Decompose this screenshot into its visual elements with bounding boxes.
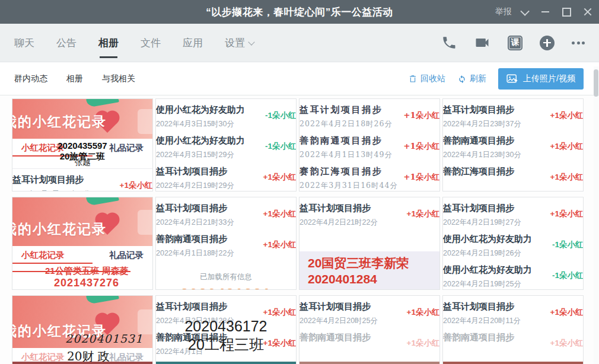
record-title: 使用小红花为好友助力 xyxy=(443,234,532,245)
leaf-icon xyxy=(86,296,119,305)
photo-tile[interactable]: 益耳计划项目捐步2022年4月2日19时27分+1朵小红花使用小红花为好友助力2… xyxy=(442,197,584,290)
photo-tile[interactable]: 益耳计划项目捐步2022年4月2日20时11分+1朵小红花善韵南通项目捐步+1朵… xyxy=(442,295,584,364)
record-title: 善韵南通项目捐步 xyxy=(300,332,371,343)
record-entry: 使用小红花为好友助力2022年4月3日15时29分-1朵小红花 xyxy=(155,130,296,161)
video-camera-icon xyxy=(474,34,490,51)
handwritten-student-id: 2020401531 xyxy=(65,332,143,345)
tab-gift-records[interactable]: 礼品记录 xyxy=(109,352,144,363)
refresh-button[interactable]: 刷新 xyxy=(457,74,486,84)
record-date: 2022年4月3日15时29分 xyxy=(156,150,245,160)
record-date: 2022年4月2日19时27分 xyxy=(443,218,521,228)
more-button[interactable] xyxy=(572,41,585,44)
recycle-bin-label: 回收站 xyxy=(420,74,445,84)
record-date: 2022年4月1日13时49分 xyxy=(300,150,393,160)
tab-chat[interactable]: 聊天 xyxy=(14,24,34,62)
gift-graphic xyxy=(138,210,152,235)
minimize-button[interactable] xyxy=(540,7,550,17)
overlay-line: 20旅管二班 xyxy=(12,151,152,162)
subnav-item-related-to-me[interactable]: 与我相关 xyxy=(102,74,135,84)
record-entry-text: 善韵南通项目捐步2022年4月1日23时30分 xyxy=(443,135,521,160)
photo-tile[interactable]: 我的小红花记录2020401531小红花记录礼品记录20财 政 xyxy=(12,295,153,364)
tab-album[interactable]: 相册 xyxy=(98,24,119,62)
record-entry: 益耳计划项目捐步+1朵小红花 xyxy=(12,289,152,290)
upload-button[interactable]: 上传照片/视频 xyxy=(498,68,584,90)
flower-delta-label: -1朵小红花 xyxy=(265,141,297,152)
record-entry-text: 善韵江海项目捐步 xyxy=(443,166,514,181)
tabs: 聊天 公告 相册 文件 应用 设置 xyxy=(14,24,254,62)
record-entry: 善韵南通项目捐步+1朵小红花 xyxy=(299,327,439,357)
tab-flower-records[interactable]: 小红花记录 xyxy=(21,352,65,363)
leaf-icon xyxy=(86,197,119,206)
flower-delta-label: +1朵小红花 xyxy=(263,240,297,250)
photo-tile[interactable]: 益耳计划项目捐步2022年4月2日23时37分+1朵小红花善韵南通项目捐步202… xyxy=(442,98,584,191)
photo-tile[interactable]: 益耳计划项目捐步2022年4月2日20时25分+1朵小红花善韵南通项目捐步+1朵… xyxy=(299,295,440,364)
record-entry: 使用小红花为好友助力2022年4月2日19时26分-1朵小红花 xyxy=(442,228,583,259)
record-tabs-strip: 小红花记录礼品记录 xyxy=(12,246,152,264)
scrollbar[interactable] xyxy=(594,66,598,364)
photo-tile[interactable]: 益耳计划项目捐步2022年4月2日21时33分+1朵小红花善韵南通项目捐步202… xyxy=(155,197,297,290)
record-entry: 益耳计划项目捐步2022年4月2日20时11分+1朵小红花 xyxy=(442,296,583,327)
record-title: 善韵南通项目捐步 xyxy=(443,332,514,343)
tab-settings-label: 设置 xyxy=(225,36,245,50)
gift-graphic xyxy=(138,109,152,134)
overlay-line: 20工程三班 xyxy=(156,336,296,354)
record-title: 使用小红花为好友助力 xyxy=(443,264,532,276)
red-info-line: 2021437276 xyxy=(54,277,152,289)
photo-tile[interactable]: 益耳计划项目捐步2022年4月2日21时28分+1朵小红花善韵南通项目捐步202… xyxy=(155,295,297,364)
album-content: 我的小红花记录小红花记录礼品记录202043559720旅管二班张越益耳计划项目… xyxy=(0,95,599,364)
class-app-button[interactable]: 课 xyxy=(508,36,522,50)
record-entry-text: 益耳计划项目捐步2022年4月2日20时25分 xyxy=(300,301,378,326)
tab-files[interactable]: 文件 xyxy=(141,24,161,62)
photo-tile[interactable]: 使用小红花为好友助力2022年4月3日15时30分-1朵小红花使用小红花为好友助… xyxy=(155,98,297,191)
flower-delta-label: +1朵小红花 xyxy=(550,338,584,349)
upload-button-label: 上传照片/视频 xyxy=(523,74,575,84)
close-button[interactable] xyxy=(582,7,593,17)
record-title: 益耳计划项目捐步 xyxy=(156,301,234,312)
flower-delta-label: +1朵小红花 xyxy=(407,307,440,318)
recycle-bin-button[interactable]: 回收站 xyxy=(408,74,445,84)
record-entry-text: 益耳计划项目捐步2022年4月2日20时11分 xyxy=(443,301,521,326)
record-entry: 益耳计划项目捐步2022年4月2日18时26分+1朵小红花 xyxy=(299,99,439,130)
record-title: 善韵南通项目捐步 xyxy=(443,135,521,146)
record-date: 2022年4月2日19时26分 xyxy=(443,248,532,258)
tab-settings[interactable]: 设置 xyxy=(225,24,254,62)
flower-delta-label: -1朵小红花 xyxy=(265,110,297,121)
record-title: 益耳计划项目捐步 xyxy=(300,104,393,116)
photo-tile[interactable]: 益耳计划项目捐步2022年4月2日21时22分+1朵小红花已加载所有信息20国贸… xyxy=(299,197,440,290)
photo-tile[interactable]: 我的小红花记录小红花记录礼品记录21公管类五班 周森菱2021437276益耳计… xyxy=(12,197,153,290)
chevron-down-icon[interactable] xyxy=(520,7,530,16)
all-loaded-note: 已加载所有信息 xyxy=(156,259,296,282)
flower-delta-label: +1朵小红花 xyxy=(403,110,440,121)
record-entry: 益耳计划项目捐步2022年4月2日23时37分+1朵小红花 xyxy=(442,99,583,130)
record-entry: 益耳计划项目捐步2022年4月2日20时25分+1朵小红花 xyxy=(299,296,439,327)
record-title: 使用小红花为好友助力 xyxy=(156,135,245,146)
student-info-line: 2020401284 xyxy=(308,271,439,287)
photo-tile[interactable]: 益耳计划项目捐步2022年4月2日18时26分+1朵小红花善韵南通项目捐步202… xyxy=(299,98,440,191)
photo-tile[interactable]: 我的小红花记录小红花记录礼品记录202043559720旅管二班张越益耳计划项目… xyxy=(12,98,153,191)
subnav-item-group-activity[interactable]: 群内动态 xyxy=(14,74,47,84)
tab-gift-records[interactable]: 礼品记录 xyxy=(109,250,144,261)
tab-announcement[interactable]: 公告 xyxy=(56,24,77,62)
scrollbar-thumb[interactable] xyxy=(594,69,598,97)
window-controls: 举报 xyxy=(495,0,593,24)
record-title: 益耳计划项目捐步 xyxy=(12,174,91,186)
voice-call-button[interactable] xyxy=(441,35,457,50)
record-title: 益耳计划项目捐步 xyxy=(300,301,378,312)
tab-flower-records[interactable]: 小红花记录 xyxy=(21,250,65,261)
record-date: 2022年4月2日21时33分 xyxy=(156,218,234,228)
report-button[interactable]: 举报 xyxy=(495,7,512,17)
subnav-item-album[interactable]: 相册 xyxy=(66,74,83,84)
record-date: 2022年4月1日18时22分 xyxy=(156,248,234,258)
flower-delta-label: +1朵小红花 xyxy=(120,180,153,191)
record-entry-text: 益耳计划项目捐步2022年4月2日23时55分 xyxy=(12,174,91,191)
record-entry-text: 益耳计划项目捐步2022年4月2日19时29分 xyxy=(156,166,234,191)
tab-apps[interactable]: 应用 xyxy=(183,24,203,62)
record-date: 2022年4月1日23时30分 xyxy=(443,150,521,160)
maximize-button[interactable] xyxy=(561,7,572,17)
refresh-label: 刷新 xyxy=(470,74,486,84)
add-button[interactable] xyxy=(540,36,555,50)
video-call-button[interactable] xyxy=(474,34,490,51)
record-entry-text: 善韵南通项目捐步2022年4月1日13时49分 xyxy=(300,135,393,160)
record-date: 2022年4月2日21时22分 xyxy=(300,218,378,228)
record-entry: 使用小红花为好友助力2022年4月3日15时30分-1朵小红花 xyxy=(155,99,296,130)
